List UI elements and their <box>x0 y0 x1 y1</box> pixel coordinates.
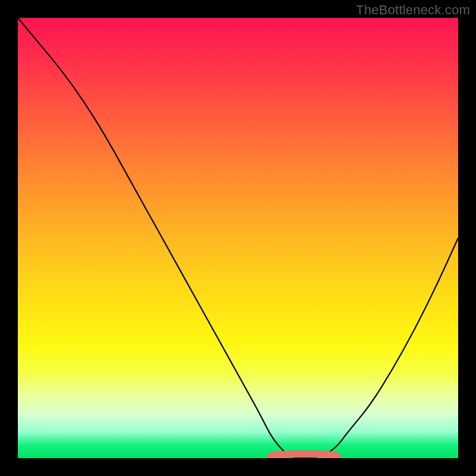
chart-frame: TheBottleneck.com <box>0 0 476 476</box>
plot-area <box>18 18 458 458</box>
trough-path <box>271 454 337 456</box>
watermark-text: TheBottleneck.com <box>356 2 470 18</box>
trough-marker <box>18 18 458 458</box>
